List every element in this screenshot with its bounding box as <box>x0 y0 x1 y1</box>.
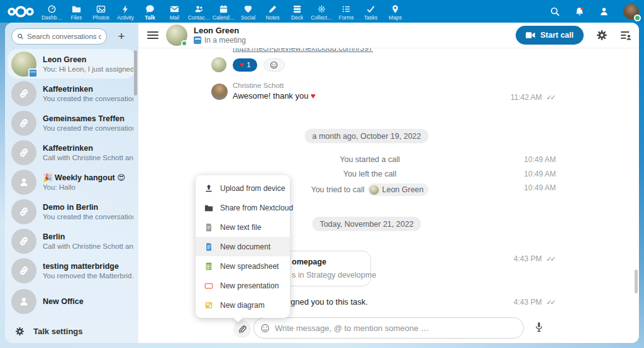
sidebar-toggle-icon <box>620 30 631 41</box>
message-author: Christine Schott <box>233 82 316 89</box>
conversation-title: New Office <box>43 297 133 306</box>
start-call-button[interactable]: Start call <box>516 26 584 45</box>
message-input[interactable] <box>275 324 517 333</box>
in-a-meeting-badge-icon <box>28 68 38 78</box>
start-call-label: Start call <box>540 31 574 40</box>
app-forms[interactable]: Forms <box>335 2 358 21</box>
conversation-item-new-office[interactable]: New Office <box>5 285 138 318</box>
chat-scrollbar[interactable] <box>635 269 638 293</box>
search-icon <box>17 33 24 40</box>
app-deck[interactable]: Deck <box>286 2 309 21</box>
app-talk[interactable]: Talk <box>138 2 162 21</box>
group-avatar-icon <box>11 289 36 314</box>
message-time: 4:43 PM <box>514 254 542 263</box>
conversation-list: Leon Green You: Hi Leon, I just assigned… <box>5 49 138 318</box>
card-title: omepage <box>292 258 326 266</box>
message-time: 4:43 PM <box>514 298 542 307</box>
app-calendar[interactable]: Calend… <box>212 2 235 21</box>
shared-link-message[interactable]: https://tech-preview.nextcloud.com/f/397 <box>233 48 373 53</box>
app-label: Activity <box>117 14 134 21</box>
search-input[interactable] <box>27 33 101 40</box>
app-activity[interactable]: Activity <box>114 2 137 21</box>
notifications-bell-icon[interactable] <box>574 6 585 17</box>
conversation-item-testing-matterbridge[interactable]: testing matterbridge You removed the Mat… <box>5 256 138 285</box>
conversation-item-berlin[interactable]: Berlin Call with Christine Schott an… <box>5 226 138 256</box>
app-photos[interactable]: Photos <box>89 2 113 21</box>
app-label: Photos <box>92 14 109 21</box>
system-message: You tried to call Leon Green <box>311 183 428 196</box>
menu-item-upload-from-device[interactable]: Upload from device <box>196 178 290 198</box>
conversation-item-kaffeetrinken[interactable]: Kaffeetrinken You created the conversati… <box>5 79 138 108</box>
conversation-settings-button[interactable] <box>596 30 608 41</box>
conversation-item-demo-in-berlin[interactable]: Demo in Berlin You created the conversat… <box>5 197 138 226</box>
menu-item-label: Share from Nextcloud <box>220 204 293 212</box>
contacts-menu-icon[interactable] <box>599 6 609 17</box>
conversation-item-leon-green[interactable]: Leon Green You: Hi Leon, I just assigned… <box>8 49 136 79</box>
menu-item-share-from-nextcloud[interactable]: Share from Nextcloud <box>196 198 290 217</box>
reaction-count: 1 <box>247 61 250 68</box>
heart-icon: ♥ <box>311 91 316 101</box>
heart-reaction-pill[interactable]: ♥ 1 <box>233 58 257 72</box>
app-collectives[interactable]: Collect… <box>310 2 333 21</box>
menu-item-new-text-file[interactable]: New text file <box>196 217 290 237</box>
search-icon[interactable] <box>550 6 560 17</box>
app-label: Talk <box>145 14 155 21</box>
message-text: Awesome! thank you <box>233 91 308 101</box>
message-meta: 11:42 AM ✓✓ <box>511 93 556 102</box>
system-message: You started a call <box>340 155 399 164</box>
smiley-icon <box>270 61 278 69</box>
user-avatar[interactable] <box>623 4 639 19</box>
app-tasks[interactable]: Tasks <box>359 2 382 21</box>
app-label: Calend… <box>213 14 235 21</box>
user-mention-chip[interactable]: Leon Green <box>367 183 428 196</box>
conversation-item-weekly-hangout[interactable]: 🎉 Weekly hangout 😍 You: Hallo <box>5 167 138 197</box>
message: Christine Schott Awesome! thank you ♥ <box>233 82 316 101</box>
conversation-avatar <box>166 24 187 46</box>
app-mail[interactable]: Mail <box>163 2 186 21</box>
app-dashboard[interactable]: Dashb… <box>40 2 64 21</box>
document-icon <box>204 242 213 251</box>
new-conversation-button[interactable]: + <box>113 28 130 45</box>
chat-panel: Leon Green In a meeting Start call <box>138 23 639 343</box>
talk-settings-button[interactable]: Talk settings <box>5 319 138 343</box>
menu-item-new-diagram[interactable]: New diagram <box>196 295 290 315</box>
app-content: + Leon Green You: Hi Leon, I just assign… <box>5 23 639 343</box>
nextcloud-logo-icon[interactable] <box>6 4 35 19</box>
menu-item-label: New document <box>220 242 270 251</box>
app-maps[interactable]: Maps <box>384 2 407 21</box>
menu-item-new-presentation[interactable]: New presentation <box>196 276 290 295</box>
voice-message-button[interactable] <box>533 322 545 335</box>
add-reaction-button[interactable] <box>264 58 285 72</box>
read-receipt-icon: ✓✓ <box>547 94 556 102</box>
link-avatar-icon <box>11 258 36 283</box>
activity-icon <box>121 4 130 14</box>
emoji-picker-icon[interactable] <box>260 324 270 333</box>
conversation-item-kaffeetrinken-2[interactable]: Kaffeetrinken Call with Christine Schott… <box>5 138 138 167</box>
conversation-search[interactable] <box>11 28 107 45</box>
video-camera-icon <box>526 31 535 39</box>
menu-item-new-document[interactable]: New document <box>196 237 290 256</box>
heart-icon <box>243 4 253 14</box>
diagram-icon <box>204 301 213 310</box>
app-files[interactable]: Files <box>65 2 88 21</box>
message-time: 10:49 AM <box>524 155 556 164</box>
conversation-subtitle: You created the conversation <box>43 124 133 132</box>
hamburger-menu-icon[interactable] <box>147 30 158 41</box>
app-notes[interactable]: Notes <box>261 2 284 21</box>
app-social[interactable]: Social <box>236 2 260 21</box>
attach-file-button[interactable] <box>233 320 251 338</box>
sidebar-scrollbar[interactable] <box>134 50 137 95</box>
link-avatar-icon <box>11 199 36 224</box>
photos-icon <box>96 4 106 14</box>
conversation-item-gemeinsames-treffen[interactable]: Gemeinsames Treffen You created the conv… <box>5 108 138 138</box>
calendar-status-icon <box>194 36 201 44</box>
date-separator: Today, November 21, 2022 <box>312 217 421 231</box>
menu-item-new-spreadsheet[interactable]: New spreadsheet <box>196 256 290 276</box>
message-row <box>211 84 228 100</box>
conversation-title: Berlin <box>43 232 133 241</box>
conversation-subtitle: You: Hi Leon, I just assigned … <box>43 65 133 73</box>
app-contacts[interactable]: Contac… <box>187 2 211 21</box>
open-right-sidebar-button[interactable] <box>620 30 631 41</box>
link-avatar-icon <box>11 140 36 165</box>
conversation-subtitle: You: Hallo <box>43 183 133 191</box>
